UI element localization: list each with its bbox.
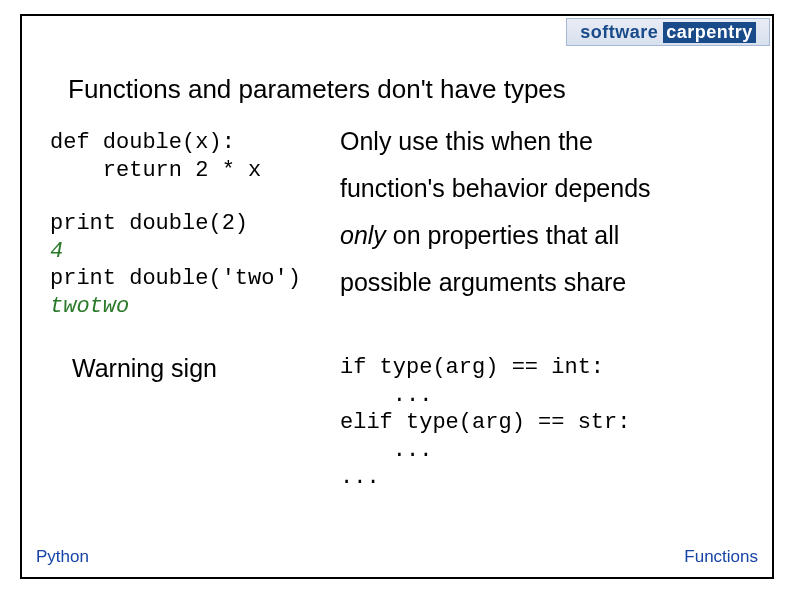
code-block-types: if type(arg) == int: ... elif type(arg) … (340, 354, 744, 492)
code-output: 4 (50, 239, 63, 264)
code-block-prints: print double(2) 4 print double('two') tw… (50, 210, 330, 320)
logo-text-left: software (580, 22, 658, 43)
para-line: possible arguments share (340, 270, 744, 295)
code-output: twotwo (50, 294, 129, 319)
code-line: return 2 * x (50, 158, 261, 183)
bottom-left: Warning sign (50, 354, 330, 492)
code-block-def: def double(x): return 2 * x (50, 129, 330, 184)
code-line: ... (340, 438, 432, 463)
two-column-row: def double(x): return 2 * x print double… (50, 129, 744, 320)
code-line: def double(x): (50, 130, 235, 155)
para-line: function's behavior depends (340, 176, 744, 201)
bottom-row: Warning sign if type(arg) == int: ... el… (50, 354, 744, 492)
code-line: print double('two') (50, 266, 301, 291)
code-line: ... (340, 465, 380, 490)
para-line: Only use this when the (340, 129, 744, 154)
para-line: only on properties that all (340, 223, 744, 248)
code-line: print double(2) (50, 211, 248, 236)
logo-text-right: carpentry (663, 22, 756, 43)
slide-heading: Functions and parameters don't have type… (68, 74, 744, 105)
software-carpentry-logo: software carpentry (566, 18, 770, 46)
bottom-right: if type(arg) == int: ... elif type(arg) … (330, 354, 744, 492)
para-rest: on properties that all (386, 221, 619, 249)
italic-word: only (340, 221, 386, 249)
slide-frame: software carpentry Functions and paramet… (20, 14, 774, 579)
left-column: def double(x): return 2 * x print double… (50, 129, 330, 320)
right-column: Only use this when the function's behavi… (330, 129, 744, 320)
footer-right: Functions (684, 547, 758, 567)
footer-left: Python (36, 547, 89, 567)
warning-sign-label: Warning sign (72, 354, 330, 383)
code-line: elif type(arg) == str: (340, 410, 630, 435)
code-line: if type(arg) == int: (340, 355, 604, 380)
code-line: ... (340, 383, 432, 408)
